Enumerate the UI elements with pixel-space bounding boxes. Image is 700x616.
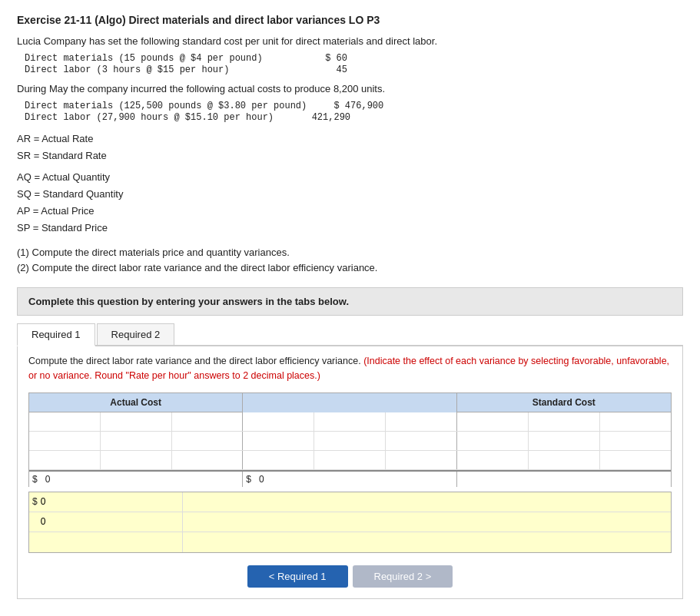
standard-costs-table: Direct materials (15 pounds @ $4 per pou… [25,53,683,75]
mid-r1-c2[interactable] [314,412,385,431]
nav-required2-button[interactable]: Required 2 > [353,565,453,588]
intro-text: Lucia Company has set the following stan… [17,35,683,47]
variance-input-2[interactable] [41,516,87,527]
variance-label-1[interactable] [187,496,666,507]
ac-r2-c2[interactable] [101,432,171,450]
variance-input-1[interactable] [41,496,87,507]
content-panel: Compute the direct labor rate variance a… [17,346,683,599]
during-text: During May the company incurred the foll… [17,83,683,94]
panel-instruction-highlight: (Indicate the effect of each variance by… [28,356,669,381]
sc-r3-c2[interactable] [529,451,599,469]
mid-r1-c3[interactable] [386,412,456,431]
middle-header [243,393,456,412]
panel-instruction: Compute the direct labor rate variance a… [28,354,672,383]
nav-buttons: < Required 1 Required 2 > [28,565,672,588]
sc-r1-c2[interactable] [529,412,599,431]
sc-r2-c2[interactable] [529,432,599,450]
sc-r1-c3[interactable] [600,412,671,431]
variance-section: $ $ [28,492,672,553]
ac-r2-c3[interactable] [172,432,243,450]
page-title: Exercise 21-11 (Algo) Direct materials a… [17,14,683,26]
nav-required1-button[interactable]: < Required 1 [247,565,348,588]
sc-r2-c3[interactable] [600,432,671,450]
ac-r3-c3[interactable] [172,451,243,469]
variance-input-3[interactable] [32,537,94,548]
mid-r3-c3[interactable] [386,451,456,469]
tab-required2[interactable]: Required 2 [97,323,175,345]
actual-cost-header: Actual Cost [29,393,243,412]
standard-cost-header: Standard Cost [457,393,671,412]
total-dollar-left: $ 0 [32,474,50,485]
mid-r2-c2[interactable] [314,432,385,450]
mid-r3-c1[interactable] [243,451,314,469]
tab-required1[interactable]: Required 1 [17,323,95,346]
sc-r1-c1[interactable] [457,412,528,431]
abbreviations: AR = Actual Rate SR = Standard Rate AQ =… [17,131,683,237]
actual-costs-table: Direct materials (125,500 pounds @ $3.80… [25,101,683,123]
mid-r1-c1[interactable] [243,412,314,431]
mid-r2-c3[interactable] [386,432,456,450]
mid-r3-c2[interactable] [314,451,385,469]
tabs-row: Required 1 Required 2 [17,323,683,346]
ac-r1-c2[interactable] [101,412,171,431]
ac-r1-c3[interactable] [172,412,243,431]
instructions: (1) Compute the direct materials price a… [17,245,683,277]
sc-r3-c3[interactable] [600,451,671,469]
sc-r3-c1[interactable] [457,451,528,469]
ac-r3-c1[interactable] [29,451,100,469]
total-dollar-mid: $ 0 [246,474,264,485]
ac-r3-c2[interactable] [101,451,171,469]
ac-r2-c1[interactable] [29,432,100,450]
question-box: Complete this question by entering your … [17,287,683,316]
ac-r1-c1[interactable] [29,412,100,431]
variance-label-3[interactable] [187,537,666,548]
mid-r2-c1[interactable] [243,432,314,450]
variance-label-2[interactable] [187,516,666,527]
sc-r2-c1[interactable] [457,432,528,450]
